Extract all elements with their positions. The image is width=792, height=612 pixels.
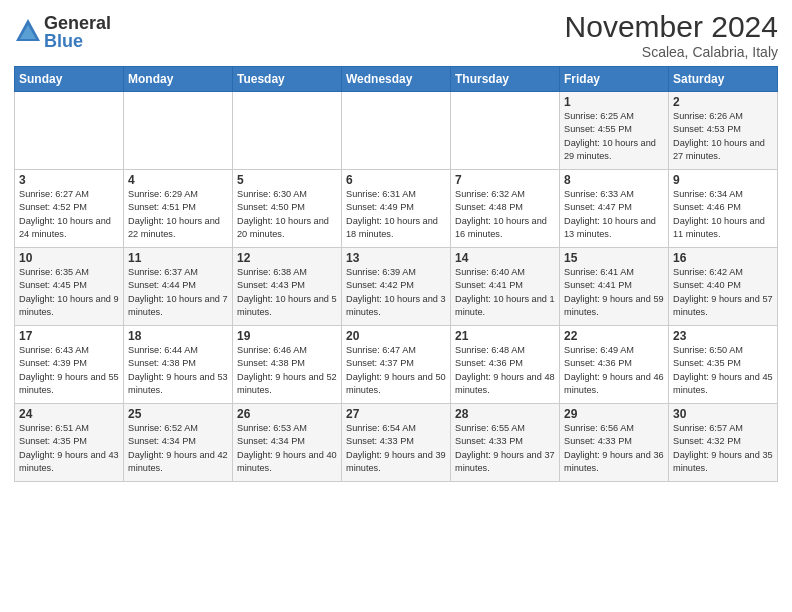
table-row: 8Sunrise: 6:33 AM Sunset: 4:47 PM Daylig… bbox=[560, 170, 669, 248]
day-info: Sunrise: 6:43 AM Sunset: 4:39 PM Dayligh… bbox=[19, 344, 119, 397]
table-row bbox=[15, 92, 124, 170]
day-number: 25 bbox=[128, 407, 228, 421]
header-tuesday: Tuesday bbox=[233, 67, 342, 92]
day-number: 21 bbox=[455, 329, 555, 343]
table-row: 20Sunrise: 6:47 AM Sunset: 4:37 PM Dayli… bbox=[342, 326, 451, 404]
logo-text: General Blue bbox=[44, 14, 111, 50]
table-row: 16Sunrise: 6:42 AM Sunset: 4:40 PM Dayli… bbox=[669, 248, 778, 326]
day-number: 22 bbox=[564, 329, 664, 343]
day-number: 20 bbox=[346, 329, 446, 343]
day-info: Sunrise: 6:42 AM Sunset: 4:40 PM Dayligh… bbox=[673, 266, 773, 319]
logo-blue: Blue bbox=[44, 32, 111, 50]
table-row: 5Sunrise: 6:30 AM Sunset: 4:50 PM Daylig… bbox=[233, 170, 342, 248]
header-sunday: Sunday bbox=[15, 67, 124, 92]
day-info: Sunrise: 6:39 AM Sunset: 4:42 PM Dayligh… bbox=[346, 266, 446, 319]
header-thursday: Thursday bbox=[451, 67, 560, 92]
day-info: Sunrise: 6:46 AM Sunset: 4:38 PM Dayligh… bbox=[237, 344, 337, 397]
day-number: 16 bbox=[673, 251, 773, 265]
table-row: 11Sunrise: 6:37 AM Sunset: 4:44 PM Dayli… bbox=[124, 248, 233, 326]
table-row: 12Sunrise: 6:38 AM Sunset: 4:43 PM Dayli… bbox=[233, 248, 342, 326]
day-info: Sunrise: 6:27 AM Sunset: 4:52 PM Dayligh… bbox=[19, 188, 119, 241]
table-row: 22Sunrise: 6:49 AM Sunset: 4:36 PM Dayli… bbox=[560, 326, 669, 404]
day-info: Sunrise: 6:51 AM Sunset: 4:35 PM Dayligh… bbox=[19, 422, 119, 475]
table-row bbox=[451, 92, 560, 170]
day-number: 27 bbox=[346, 407, 446, 421]
day-number: 13 bbox=[346, 251, 446, 265]
day-number: 19 bbox=[237, 329, 337, 343]
day-info: Sunrise: 6:49 AM Sunset: 4:36 PM Dayligh… bbox=[564, 344, 664, 397]
day-number: 1 bbox=[564, 95, 664, 109]
day-info: Sunrise: 6:38 AM Sunset: 4:43 PM Dayligh… bbox=[237, 266, 337, 319]
day-info: Sunrise: 6:40 AM Sunset: 4:41 PM Dayligh… bbox=[455, 266, 555, 319]
day-number: 3 bbox=[19, 173, 119, 187]
table-row bbox=[233, 92, 342, 170]
day-number: 29 bbox=[564, 407, 664, 421]
day-info: Sunrise: 6:48 AM Sunset: 4:36 PM Dayligh… bbox=[455, 344, 555, 397]
day-info: Sunrise: 6:44 AM Sunset: 4:38 PM Dayligh… bbox=[128, 344, 228, 397]
table-row bbox=[342, 92, 451, 170]
table-row: 1Sunrise: 6:25 AM Sunset: 4:55 PM Daylig… bbox=[560, 92, 669, 170]
logo-general: General bbox=[44, 14, 111, 32]
table-row: 4Sunrise: 6:29 AM Sunset: 4:51 PM Daylig… bbox=[124, 170, 233, 248]
day-number: 30 bbox=[673, 407, 773, 421]
day-info: Sunrise: 6:25 AM Sunset: 4:55 PM Dayligh… bbox=[564, 110, 664, 163]
header-wednesday: Wednesday bbox=[342, 67, 451, 92]
table-row: 28Sunrise: 6:55 AM Sunset: 4:33 PM Dayli… bbox=[451, 404, 560, 482]
day-info: Sunrise: 6:54 AM Sunset: 4:33 PM Dayligh… bbox=[346, 422, 446, 475]
day-number: 9 bbox=[673, 173, 773, 187]
day-number: 14 bbox=[455, 251, 555, 265]
day-number: 26 bbox=[237, 407, 337, 421]
day-number: 5 bbox=[237, 173, 337, 187]
day-info: Sunrise: 6:31 AM Sunset: 4:49 PM Dayligh… bbox=[346, 188, 446, 241]
table-row: 19Sunrise: 6:46 AM Sunset: 4:38 PM Dayli… bbox=[233, 326, 342, 404]
calendar-page: General Blue November 2024 Scalea, Calab… bbox=[0, 0, 792, 612]
table-row: 25Sunrise: 6:52 AM Sunset: 4:34 PM Dayli… bbox=[124, 404, 233, 482]
day-number: 6 bbox=[346, 173, 446, 187]
table-row: 14Sunrise: 6:40 AM Sunset: 4:41 PM Dayli… bbox=[451, 248, 560, 326]
header: General Blue November 2024 Scalea, Calab… bbox=[14, 10, 778, 60]
calendar-body: 1Sunrise: 6:25 AM Sunset: 4:55 PM Daylig… bbox=[15, 92, 778, 482]
day-info: Sunrise: 6:35 AM Sunset: 4:45 PM Dayligh… bbox=[19, 266, 119, 319]
day-number: 28 bbox=[455, 407, 555, 421]
day-info: Sunrise: 6:34 AM Sunset: 4:46 PM Dayligh… bbox=[673, 188, 773, 241]
day-number: 17 bbox=[19, 329, 119, 343]
header-monday: Monday bbox=[124, 67, 233, 92]
table-row: 27Sunrise: 6:54 AM Sunset: 4:33 PM Dayli… bbox=[342, 404, 451, 482]
location: Scalea, Calabria, Italy bbox=[565, 44, 778, 60]
table-row: 13Sunrise: 6:39 AM Sunset: 4:42 PM Dayli… bbox=[342, 248, 451, 326]
day-number: 15 bbox=[564, 251, 664, 265]
table-row: 2Sunrise: 6:26 AM Sunset: 4:53 PM Daylig… bbox=[669, 92, 778, 170]
day-number: 4 bbox=[128, 173, 228, 187]
day-number: 2 bbox=[673, 95, 773, 109]
table-row: 18Sunrise: 6:44 AM Sunset: 4:38 PM Dayli… bbox=[124, 326, 233, 404]
day-number: 18 bbox=[128, 329, 228, 343]
table-row: 17Sunrise: 6:43 AM Sunset: 4:39 PM Dayli… bbox=[15, 326, 124, 404]
header-saturday: Saturday bbox=[669, 67, 778, 92]
day-number: 11 bbox=[128, 251, 228, 265]
title-block: November 2024 Scalea, Calabria, Italy bbox=[565, 10, 778, 60]
day-info: Sunrise: 6:33 AM Sunset: 4:47 PM Dayligh… bbox=[564, 188, 664, 241]
day-info: Sunrise: 6:29 AM Sunset: 4:51 PM Dayligh… bbox=[128, 188, 228, 241]
day-info: Sunrise: 6:50 AM Sunset: 4:35 PM Dayligh… bbox=[673, 344, 773, 397]
table-row: 23Sunrise: 6:50 AM Sunset: 4:35 PM Dayli… bbox=[669, 326, 778, 404]
table-row: 6Sunrise: 6:31 AM Sunset: 4:49 PM Daylig… bbox=[342, 170, 451, 248]
table-row: 21Sunrise: 6:48 AM Sunset: 4:36 PM Dayli… bbox=[451, 326, 560, 404]
table-row: 10Sunrise: 6:35 AM Sunset: 4:45 PM Dayli… bbox=[15, 248, 124, 326]
day-number: 24 bbox=[19, 407, 119, 421]
calendar-header: Sunday Monday Tuesday Wednesday Thursday… bbox=[15, 67, 778, 92]
logo-icon bbox=[14, 17, 42, 45]
day-info: Sunrise: 6:47 AM Sunset: 4:37 PM Dayligh… bbox=[346, 344, 446, 397]
day-info: Sunrise: 6:37 AM Sunset: 4:44 PM Dayligh… bbox=[128, 266, 228, 319]
day-info: Sunrise: 6:55 AM Sunset: 4:33 PM Dayligh… bbox=[455, 422, 555, 475]
day-info: Sunrise: 6:41 AM Sunset: 4:41 PM Dayligh… bbox=[564, 266, 664, 319]
day-info: Sunrise: 6:32 AM Sunset: 4:48 PM Dayligh… bbox=[455, 188, 555, 241]
day-info: Sunrise: 6:26 AM Sunset: 4:53 PM Dayligh… bbox=[673, 110, 773, 163]
day-number: 8 bbox=[564, 173, 664, 187]
day-info: Sunrise: 6:30 AM Sunset: 4:50 PM Dayligh… bbox=[237, 188, 337, 241]
day-info: Sunrise: 6:52 AM Sunset: 4:34 PM Dayligh… bbox=[128, 422, 228, 475]
day-number: 10 bbox=[19, 251, 119, 265]
table-row: 9Sunrise: 6:34 AM Sunset: 4:46 PM Daylig… bbox=[669, 170, 778, 248]
day-number: 12 bbox=[237, 251, 337, 265]
table-row: 30Sunrise: 6:57 AM Sunset: 4:32 PM Dayli… bbox=[669, 404, 778, 482]
day-number: 23 bbox=[673, 329, 773, 343]
